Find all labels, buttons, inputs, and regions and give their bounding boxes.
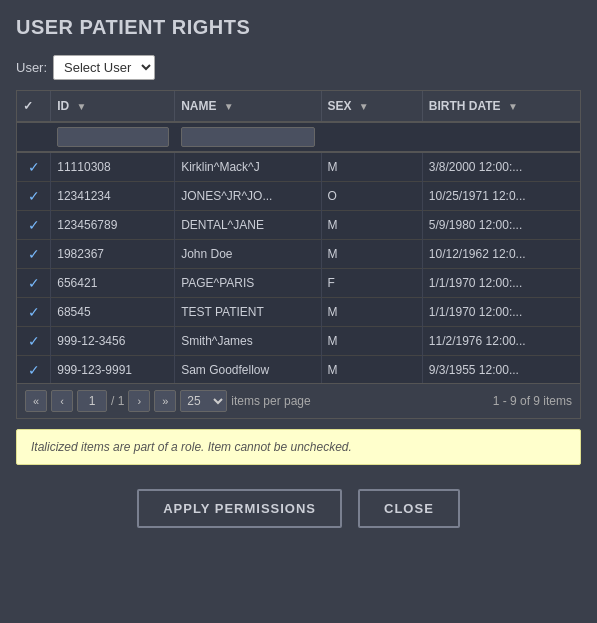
row-birth-date: 3/8/2000 12:00:...	[422, 153, 580, 182]
birth-sort-icon: ▼	[508, 101, 518, 112]
row-sex: F	[321, 269, 422, 298]
page-title: USER PATIENT RIGHTS	[16, 16, 581, 39]
table-header-row: ✓ ID ▼ NAME ▼ SEX ▼ BIRTH DATE ▼	[17, 91, 580, 122]
next-page-button[interactable]: ›	[128, 390, 150, 412]
row-id: 68545	[51, 298, 175, 327]
col-id[interactable]: ID ▼	[51, 91, 175, 122]
row-check: ✓	[17, 356, 51, 384]
row-check: ✓	[17, 211, 51, 240]
row-name: JONES^JR^JO...	[175, 182, 321, 211]
row-check: ✓	[17, 298, 51, 327]
apply-permissions-button[interactable]: APPLY PERMISSIONS	[137, 489, 342, 528]
row-birth-date: 1/1/1970 12:00:...	[422, 269, 580, 298]
row-sex: M	[321, 356, 422, 384]
row-id: 999-12-3456	[51, 327, 175, 356]
row-sex: M	[321, 327, 422, 356]
name-filter-input[interactable]	[181, 127, 315, 147]
row-check: ✓	[17, 327, 51, 356]
row-sex: M	[321, 298, 422, 327]
row-sex: M	[321, 211, 422, 240]
table-row[interactable]: ✓ 123456789 DENTAL^JANE M 5/9/1980 12:00…	[17, 211, 580, 240]
table-row[interactable]: ✓ 1982367 John Doe M 10/12/1962 12:0...	[17, 240, 580, 269]
id-sort-icon: ▼	[77, 101, 87, 112]
table-row[interactable]: ✓ 12341234 JONES^JR^JO... O 10/25/1971 1…	[17, 182, 580, 211]
id-filter-input[interactable]	[57, 127, 169, 147]
table-row[interactable]: ✓ 656421 PAGE^PARIS F 1/1/1970 12:00:...	[17, 269, 580, 298]
row-birth-date: 5/9/1980 12:00:...	[422, 211, 580, 240]
table-row[interactable]: ✓ 68545 TEST PATIENT M 1/1/1970 12:00:..…	[17, 298, 580, 327]
user-label: User:	[16, 60, 47, 75]
row-id: 656421	[51, 269, 175, 298]
pagination-bar: « ‹ / 1 › » 10 25 50 100 items per page …	[17, 383, 580, 418]
action-buttons: APPLY PERMISSIONS CLOSE	[16, 489, 581, 528]
row-id: 123456789	[51, 211, 175, 240]
row-name: Kirklin^Mack^J	[175, 153, 321, 182]
table-scroll-area[interactable]: ✓ 11110308 Kirklin^Mack^J M 3/8/2000 12:…	[17, 153, 580, 383]
table-row[interactable]: ✓ 999-12-3456 Smith^James M 11/2/1976 12…	[17, 327, 580, 356]
page-total: / 1	[111, 394, 124, 408]
check-icon: ✓	[23, 99, 33, 113]
row-birth-date: 11/2/1976 12:00...	[422, 327, 580, 356]
row-check: ✓	[17, 240, 51, 269]
row-sex: M	[321, 153, 422, 182]
col-sex[interactable]: SEX ▼	[321, 91, 422, 122]
row-check: ✓	[17, 182, 51, 211]
filter-row	[17, 122, 580, 152]
row-sex: M	[321, 240, 422, 269]
last-page-button[interactable]: »	[154, 390, 176, 412]
row-name: Sam Goodfellow	[175, 356, 321, 384]
row-id: 12341234	[51, 182, 175, 211]
col-name[interactable]: NAME ▼	[175, 91, 321, 122]
table-container: ✓ ID ▼ NAME ▼ SEX ▼ BIRTH DATE ▼	[16, 90, 581, 419]
col-check[interactable]: ✓	[17, 91, 51, 122]
col-birth-date[interactable]: BIRTH DATE ▼	[422, 91, 580, 122]
row-birth-date: 9/3/1955 12:00...	[422, 356, 580, 384]
close-button[interactable]: CLOSE	[358, 489, 460, 528]
row-name: Smith^James	[175, 327, 321, 356]
row-birth-date: 1/1/1970 12:00:...	[422, 298, 580, 327]
row-birth-date: 10/25/1971 12:0...	[422, 182, 580, 211]
row-name: John Doe	[175, 240, 321, 269]
info-message: Italicized items are part of a role. Ite…	[16, 429, 581, 465]
row-check: ✓	[17, 153, 51, 182]
sex-sort-icon: ▼	[359, 101, 369, 112]
row-name: DENTAL^JANE	[175, 211, 321, 240]
items-per-page-select[interactable]: 10 25 50 100	[180, 390, 227, 412]
items-per-page-label: items per page	[231, 394, 310, 408]
row-name: PAGE^PARIS	[175, 269, 321, 298]
row-id: 11110308	[51, 153, 175, 182]
pagination-info: 1 - 9 of 9 items	[493, 394, 572, 408]
name-sort-icon: ▼	[224, 101, 234, 112]
prev-page-button[interactable]: ‹	[51, 390, 73, 412]
user-select[interactable]: Select User	[53, 55, 155, 80]
row-name: TEST PATIENT	[175, 298, 321, 327]
page-number-input[interactable]	[77, 390, 107, 412]
row-sex: O	[321, 182, 422, 211]
row-id: 999-123-9991	[51, 356, 175, 384]
table-body: ✓ 11110308 Kirklin^Mack^J M 3/8/2000 12:…	[17, 153, 580, 383]
row-birth-date: 10/12/1962 12:0...	[422, 240, 580, 269]
table-row[interactable]: ✓ 11110308 Kirklin^Mack^J M 3/8/2000 12:…	[17, 153, 580, 182]
first-page-button[interactable]: «	[25, 390, 47, 412]
row-check: ✓	[17, 269, 51, 298]
table-row[interactable]: ✓ 999-123-9991 Sam Goodfellow M 9/3/1955…	[17, 356, 580, 384]
row-id: 1982367	[51, 240, 175, 269]
